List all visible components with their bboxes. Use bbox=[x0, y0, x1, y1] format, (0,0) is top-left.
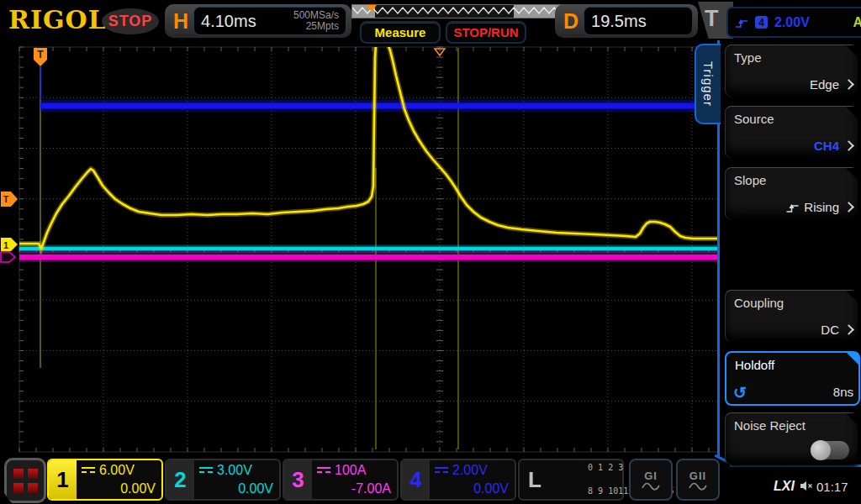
channel-4-number: 4 bbox=[402, 460, 430, 499]
chevron-right-icon bbox=[843, 79, 854, 90]
rotate-icon: ↺ bbox=[733, 383, 747, 402]
red-square-icon bbox=[28, 469, 38, 479]
menu-item-noise-reject[interactable]: Noise Reject bbox=[725, 412, 858, 465]
clock: 01:17 bbox=[816, 480, 848, 494]
generator-2-label: GII bbox=[689, 470, 706, 482]
slope-value: Rising bbox=[804, 200, 839, 214]
speaker-muted-icon bbox=[800, 480, 814, 491]
logic-label: L bbox=[528, 467, 541, 493]
trigger-level-marker[interactable]: T bbox=[1, 192, 18, 207]
noise-reject-label: Noise Reject bbox=[734, 418, 806, 433]
generator-1-label: GI bbox=[644, 470, 658, 482]
chevron-right-icon bbox=[843, 140, 854, 151]
sine-wave-icon bbox=[642, 482, 660, 491]
generator-1-button[interactable]: GI bbox=[629, 459, 673, 501]
chevron-right-icon bbox=[843, 202, 854, 213]
type-label: Type bbox=[734, 50, 762, 65]
rising-edge-icon bbox=[785, 202, 800, 213]
channel-4-offset: 0.00V bbox=[473, 481, 509, 496]
channel-3-scale: 100A bbox=[335, 463, 366, 478]
holdoff-value: 8ns bbox=[833, 385, 853, 399]
menu-item-type[interactable]: Type Edge bbox=[725, 45, 858, 97]
slope-label: Slope bbox=[734, 173, 766, 187]
type-value: Edge bbox=[810, 77, 839, 92]
channel-1-box[interactable]: 1 6.00V 0.00V bbox=[47, 459, 163, 501]
dc-coupling-icon bbox=[82, 467, 95, 475]
source-value: CH4 bbox=[814, 139, 839, 153]
channel-4-box[interactable]: 4 2.00V 0.00V bbox=[400, 459, 516, 501]
ch3-ground-marker[interactable] bbox=[1, 252, 15, 262]
toggle-knob bbox=[811, 440, 831, 460]
coupling-value: DC bbox=[821, 323, 839, 337]
dc-coupling-icon bbox=[435, 467, 448, 475]
trigger-level-label: T bbox=[3, 194, 9, 204]
channel-1-number: 1 bbox=[49, 460, 77, 499]
noise-reject-toggle[interactable] bbox=[811, 441, 849, 459]
red-square-icon bbox=[13, 469, 24, 479]
red-square-icon bbox=[13, 483, 24, 493]
channel-3-offset: -7.00A bbox=[351, 481, 391, 496]
dc-coupling-icon bbox=[199, 467, 213, 475]
menu-item-holdoff[interactable]: Holdoff ↺ 8ns bbox=[725, 351, 860, 406]
dc-coupling-icon bbox=[317, 467, 330, 475]
channel-2-offset: 0.00V bbox=[238, 481, 273, 496]
channel-2-box[interactable]: 2 3.00V 0.00V bbox=[165, 459, 281, 501]
ch1-ground-marker[interactable]: 1 bbox=[1, 238, 18, 251]
ch1-ground-label: 1 bbox=[3, 240, 8, 250]
menu-item-slope[interactable]: Slope Rising bbox=[725, 167, 858, 219]
panel-divider-bottom bbox=[730, 465, 861, 467]
channel-3-number: 3 bbox=[284, 460, 312, 499]
channel-1-scale: 6.00V bbox=[99, 463, 135, 478]
channel-4-scale: 2.00V bbox=[452, 463, 488, 478]
trigger-position-label: T bbox=[37, 49, 44, 60]
channel-2-scale: 3.00V bbox=[217, 463, 252, 478]
trigger-menu-tab-label: Trigger bbox=[701, 61, 716, 107]
channel-2-number: 2 bbox=[166, 460, 194, 499]
oscilloscope-screen: T T 1 RIGOL STOP H 4.10ms 500MSa/s 25Mpt… bbox=[0, 0, 861, 504]
coupling-label: Coupling bbox=[734, 296, 784, 310]
generator-2-button[interactable]: GII bbox=[676, 459, 720, 501]
channel-3-box[interactable]: 3 100A -7.00A bbox=[283, 459, 399, 501]
chevron-right-icon bbox=[843, 324, 854, 335]
lxi-indicator: LXI bbox=[774, 479, 795, 494]
sine-wave-icon bbox=[689, 482, 707, 491]
holdoff-label: Holdoff bbox=[735, 358, 774, 372]
source-label: Source bbox=[734, 112, 774, 126]
red-square-icon bbox=[28, 483, 38, 493]
menu-item-source[interactable]: Source CH4 bbox=[725, 106, 858, 158]
menu-grid-button[interactable] bbox=[4, 458, 46, 503]
trigger-menu-tab[interactable]: Trigger bbox=[695, 44, 721, 124]
channel-1-offset: 0.00V bbox=[120, 481, 156, 496]
menu-item-coupling[interactable]: Coupling DC bbox=[725, 290, 858, 342]
logic-channels-box[interactable]: L 0 1 2 3 4 5 6 7 8 9 1011 12131415 bbox=[518, 459, 624, 501]
